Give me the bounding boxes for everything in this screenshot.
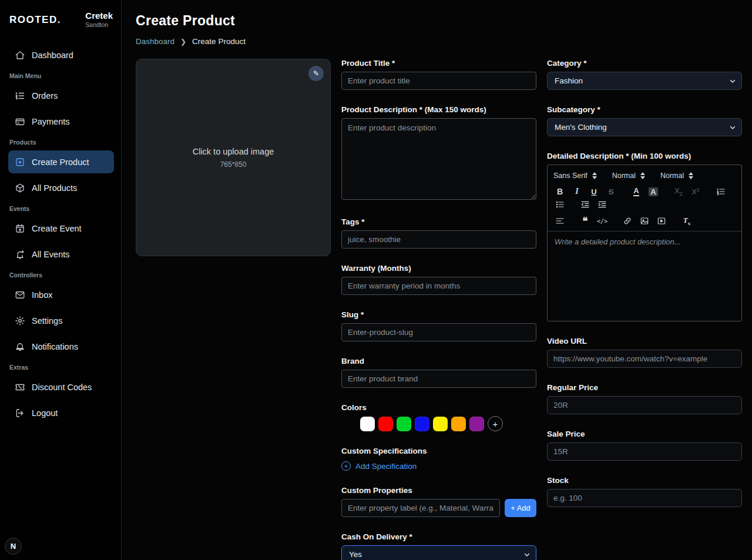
superscript-icon: X2 [691, 187, 700, 196]
color-swatch-white[interactable] [360, 417, 375, 431]
sidebar-item-all-events[interactable]: All Events [8, 243, 114, 266]
header-picker[interactable]: Normal [660, 170, 693, 182]
font-picker[interactable]: Sans Serif [553, 170, 597, 182]
edit-image-button[interactable]: ✎ [308, 66, 324, 81]
product-description-textarea[interactable] [341, 118, 536, 200]
updown-arrows-icon [689, 172, 693, 179]
bold-button[interactable]: B [553, 185, 566, 198]
sidebar-item-orders[interactable]: Orders [8, 84, 114, 107]
breadcrumb-dashboard-link[interactable]: Dashboard [136, 37, 174, 46]
clean-format-icon: Tx [683, 216, 690, 226]
sidebar-item-payments[interactable]: Payments [8, 110, 114, 133]
sidebar-nav: Dashboard Main Menu Orders Payments Prod… [8, 43, 114, 424]
ordered-list-button[interactable] [714, 185, 727, 198]
warranty-label: Warranty (Months) [341, 264, 536, 273]
ordered-list-icon [716, 187, 726, 196]
section-title-events: Events [9, 205, 113, 212]
header-picker-value: Normal [660, 172, 684, 180]
stock-input[interactable] [547, 489, 742, 507]
subcategory-select[interactable]: Men's Clothing [547, 118, 742, 136]
tags-input[interactable] [341, 230, 536, 249]
sidebar-item-label: Dashboard [32, 51, 73, 60]
plus-icon: + [493, 419, 498, 429]
text-color-button[interactable]: A [630, 185, 643, 198]
bullet-list-button[interactable] [553, 198, 566, 211]
sidebar-item-create-product[interactable]: Create Product [8, 150, 114, 173]
editor-toolbar: Sans Serif Normal Normal [548, 165, 741, 232]
brand-input[interactable] [341, 370, 536, 388]
color-swatch-orange[interactable] [451, 417, 466, 431]
upload-column: ✎ Click to upload image 765*850 [136, 59, 331, 560]
sidebar-item-label: Logout [32, 408, 58, 418]
superscript-button[interactable]: X2 [689, 185, 702, 198]
code-block-button[interactable]: </> [596, 214, 609, 227]
sidebar-item-notifications[interactable]: Notifications [8, 335, 114, 358]
sidebar-item-label: Inbox [32, 290, 52, 300]
color-swatch-blue[interactable] [415, 417, 429, 431]
italic-button[interactable]: I [570, 185, 583, 198]
sidebar-item-logout[interactable]: Logout [8, 401, 114, 424]
bell-plus-icon [14, 249, 25, 260]
sidebar-item-label: Notifications [32, 342, 78, 351]
form-column-middle: Product Title * Product Description * (M… [341, 59, 536, 560]
image-icon [640, 216, 649, 226]
link-button[interactable] [621, 214, 634, 227]
regular-price-label: Regular Price [547, 383, 742, 392]
sidebar-item-discount-codes[interactable]: Discount Codes [8, 375, 114, 398]
video-button[interactable] [655, 214, 668, 227]
slug-input[interactable] [341, 323, 536, 341]
section-title-main-menu: Main Menu [9, 72, 113, 79]
outdent-button[interactable] [579, 198, 592, 211]
image-upload-area[interactable]: ✎ Click to upload image 765*850 [136, 59, 331, 256]
color-swatch-green[interactable] [397, 417, 411, 431]
bell-icon [14, 341, 25, 352]
custom-specifications-label: Custom Specifications [341, 447, 536, 455]
video-url-input[interactable] [547, 350, 742, 368]
tags-label: Tags * [341, 217, 536, 226]
cash-on-delivery-select[interactable]: Yes [341, 545, 536, 560]
sidebar-item-dashboard[interactable]: Dashboard [8, 43, 114, 66]
user-info[interactable]: Cretek Sandton [85, 11, 113, 28]
custom-property-input[interactable] [341, 499, 500, 517]
add-color-button[interactable]: + [488, 416, 503, 431]
nextjs-dev-badge[interactable]: N [5, 538, 22, 555]
updown-arrows-icon [592, 172, 597, 179]
color-swatch-purple[interactable] [469, 417, 484, 431]
sidebar-item-label: Discount Codes [32, 383, 92, 392]
category-select[interactable]: Fashion [547, 72, 742, 90]
sidebar-item-label: All Events [32, 250, 69, 259]
add-specification-link[interactable]: + Add Specification [341, 461, 536, 471]
underline-icon: U [591, 187, 596, 196]
indent-icon [597, 200, 607, 209]
indent-button[interactable] [596, 198, 609, 211]
underline-button[interactable]: U [588, 185, 600, 198]
font-picker-value: Sans Serif [553, 172, 588, 180]
clean-format-button[interactable]: Tx [680, 214, 693, 227]
image-button[interactable] [638, 214, 651, 227]
sidebar-item-settings[interactable]: Settings [8, 309, 114, 332]
color-swatch-yellow[interactable] [433, 417, 448, 431]
blockquote-button[interactable]: ❝ [579, 214, 592, 227]
chevron-down-icon [523, 551, 531, 558]
subscript-button[interactable]: X2 [672, 185, 685, 198]
strikethrough-button[interactable]: S [605, 185, 617, 198]
background-color-button[interactable]: A [647, 185, 660, 198]
product-title-input[interactable] [341, 72, 536, 90]
pencil-icon: ✎ [313, 69, 319, 78]
custom-properties-label: Custom Properties [341, 486, 536, 495]
sidebar-item-inbox[interactable]: Inbox [8, 283, 114, 306]
add-property-button[interactable]: + Add [505, 499, 536, 517]
editor-content-area[interactable]: Write a detailed product description... [548, 232, 741, 321]
slug-label: Slug * [341, 310, 536, 319]
sale-price-input[interactable] [547, 442, 742, 461]
size-picker[interactable]: Normal [612, 170, 645, 182]
align-button[interactable] [553, 214, 566, 227]
color-swatch-red[interactable] [378, 417, 393, 431]
rich-text-editor: Sans Serif Normal Normal [547, 165, 742, 321]
warranty-input[interactable] [341, 277, 536, 295]
box-icon [14, 182, 25, 193]
sidebar-item-create-event[interactable]: Create Event [8, 217, 114, 240]
sidebar-item-all-products[interactable]: All Products [8, 176, 114, 199]
chevron-down-icon [729, 78, 736, 85]
regular-price-input[interactable] [547, 396, 742, 414]
